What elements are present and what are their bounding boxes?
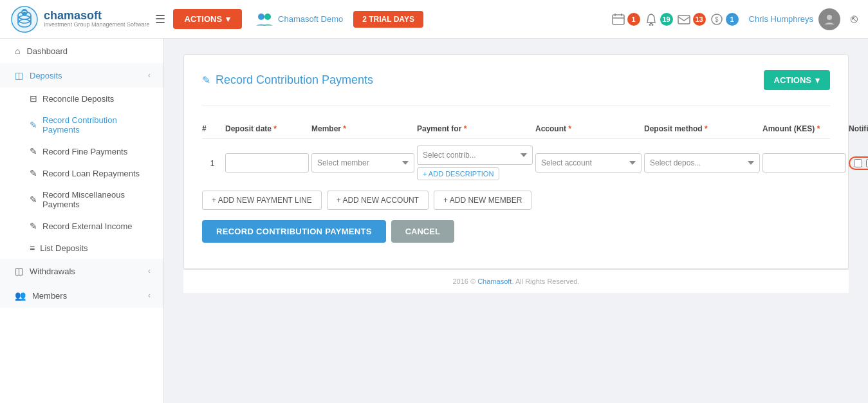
col-deposit-date: Deposit date * — [225, 124, 309, 133]
submit-button[interactable]: RECORD CONTRIBUTION PAYMENTS — [202, 220, 386, 243]
svg-point-19 — [827, 15, 832, 20]
notifications-cell — [849, 156, 868, 170]
pencil-icon-external: ✎ — [30, 221, 37, 231]
amount-input[interactable] — [762, 153, 846, 173]
page-divider — [202, 106, 830, 106]
sidebar-item-list-deposits[interactable]: ≡ List Deposits — [23, 237, 163, 259]
group-name: Chamasoft Demo — [278, 14, 343, 24]
col-num: # — [202, 124, 223, 133]
pencil-icon-loan: ✎ — [30, 168, 37, 178]
svg-point-7 — [258, 14, 264, 20]
sidebar-label-record-misc: Record Miscellaneous Payments — [42, 190, 151, 209]
sidebar-item-record-misc[interactable]: ✎ Record Miscellaneous Payments — [23, 184, 163, 215]
members-icon: 👥 — [15, 290, 26, 301]
logo-text: chamasoft Investment Group Management So… — [44, 10, 150, 29]
add-payment-line-button[interactable]: + ADD NEW PAYMENT LINE — [202, 191, 322, 210]
svg-point-6 — [21, 9, 28, 15]
page-header: ✎ Record Contribution Payments ACTIONS ▾ — [202, 70, 830, 90]
footer: 2016 © Chamasoft. All Rights Reserved. — [183, 269, 849, 293]
notifications-checkboxes — [849, 156, 868, 170]
col-account: Account * — [535, 124, 642, 133]
pencil-icon-fine: ✎ — [30, 146, 37, 156]
mail-icon-badge[interactable]: 13 — [677, 12, 706, 26]
page-actions-label: ACTIONS — [774, 75, 812, 85]
coin-icon: $ — [710, 12, 724, 26]
sidebar-label-record-external: Record External Income — [42, 221, 132, 231]
svg-text:$: $ — [715, 16, 719, 23]
chevron-left-icon-3: ‹ — [148, 291, 151, 300]
col-member: Member * — [311, 124, 414, 133]
chevron-down-icon: ▾ — [226, 14, 230, 24]
deposit-method-select[interactable]: Select depos... — [644, 153, 760, 173]
main-layout: ⌂ Dashboard ◫ Deposits ‹ ⊟ Reconcile Dep… — [0, 39, 868, 403]
chevron-left-icon-2: ‹ — [148, 267, 151, 276]
chevron-left-icon: ‹ — [148, 71, 151, 80]
bell-icon — [644, 12, 658, 26]
calendar-icon-badge[interactable]: 1 — [611, 12, 640, 26]
sidebar-label-withdrawals: Withdrawals — [30, 267, 75, 276]
sidebar-section-members[interactable]: 👥 Members ‹ — [0, 283, 163, 308]
payment-row-1: 1 Select member Select contrib... + ADD … — [202, 145, 830, 180]
logo-icon — [10, 5, 39, 33]
sidebar: ⌂ Dashboard ◫ Deposits ‹ ⊟ Reconcile Dep… — [0, 39, 164, 403]
page-title: ✎ Record Contribution Payments — [202, 73, 373, 87]
sidebar-label-record-contribution: Record Contribution Payments — [42, 115, 151, 135]
member-cell: Select member — [311, 153, 414, 173]
bell-icon-badge[interactable]: 19 — [644, 12, 673, 26]
sidebar-item-record-loan[interactable]: ✎ Record Loan Repayments — [23, 162, 163, 184]
sidebar-item-dashboard[interactable]: ⌂ Dashboard — [0, 39, 163, 63]
coin-icon-badge[interactable]: $ 1 — [710, 12, 739, 26]
sidebar-label-deposits: Deposits — [30, 71, 62, 80]
sidebar-label-record-loan: Record Loan Repayments — [42, 169, 140, 178]
chevron-down-page-icon: ▾ — [815, 75, 820, 85]
payment-for-select[interactable]: Select contrib... — [417, 145, 533, 165]
add-description-button[interactable]: + ADD DESCRIPTION — [417, 167, 499, 180]
col-amount: Amount (KES) * — [762, 124, 846, 133]
footer-link[interactable]: Chamasoft — [477, 277, 512, 285]
submit-row: RECORD CONTRIBUTION PAYMENTS CANCEL — [202, 220, 830, 243]
table-header: # Deposit date * Member * Payment for * … — [202, 119, 830, 139]
sidebar-label-reconcile: Reconcile Deposits — [42, 94, 114, 104]
action-buttons-row: + ADD NEW PAYMENT LINE + ADD NEW ACCOUNT… — [202, 191, 830, 210]
pencil-icon-contribution: ✎ — [30, 120, 37, 130]
svg-rect-16 — [678, 15, 690, 24]
account-select[interactable]: Select account — [535, 153, 642, 173]
sidebar-section-deposits[interactable]: ◫ Deposits ‹ — [0, 63, 163, 88]
footer-text: 2016 © Chamasoft. All Rights Reserved. — [452, 277, 579, 285]
sidebar-item-record-fine[interactable]: ✎ Record Fine Payments — [23, 140, 163, 162]
add-member-button[interactable]: + ADD NEW MEMBER — [434, 191, 531, 210]
logo-sub: Investment Group Management Software — [44, 22, 150, 28]
sidebar-label-record-fine: Record Fine Payments — [42, 147, 127, 156]
header-icons: 1 19 13 $ 1 Chris Humphreys ⎋ — [611, 8, 858, 30]
group-selector[interactable]: Chamasoft Demo — [255, 12, 343, 27]
cancel-button[interactable]: CANCEL — [391, 220, 454, 243]
user-name: Chris Humphreys — [749, 14, 813, 24]
bell-badge: 19 — [660, 13, 673, 26]
page-actions-button[interactable]: ACTIONS ▾ — [764, 70, 831, 90]
coin-badge: 1 — [726, 13, 739, 26]
trial-badge: 2 TRIAL DAYS — [353, 11, 423, 28]
logout-icon[interactable]: ⎋ — [851, 12, 858, 26]
user-avatar — [818, 8, 840, 30]
deposit-date-input[interactable] — [225, 153, 309, 173]
svg-rect-9 — [613, 15, 624, 24]
user-menu[interactable]: Chris Humphreys ⎋ — [749, 8, 858, 30]
notification-sms-checkbox[interactable] — [854, 159, 862, 167]
sidebar-item-record-contribution[interactable]: ✎ Record Contribution Payments — [23, 109, 163, 140]
sidebar-section-withdrawals[interactable]: ◫ Withdrawals ‹ — [0, 259, 163, 283]
add-account-button[interactable]: + ADD NEW ACCOUNT — [327, 191, 429, 210]
withdrawals-icon: ◫ — [15, 266, 23, 276]
header-actions-button[interactable]: ACTIONS ▾ — [173, 9, 243, 29]
reconcile-icon: ⊟ — [30, 93, 37, 104]
sidebar-item-record-external[interactable]: ✎ Record External Income — [23, 215, 163, 237]
row-number-1: 1 — [202, 158, 223, 168]
payment-for-cell: Select contrib... + ADD DESCRIPTION — [417, 145, 533, 180]
member-select[interactable]: Select member — [311, 153, 414, 173]
sidebar-label-list-deposits: List Deposits — [40, 243, 88, 253]
col-payment-for: Payment for * — [417, 124, 533, 133]
mail-icon — [677, 12, 691, 26]
hamburger-menu-icon[interactable]: ☰ — [155, 12, 165, 26]
sidebar-item-reconcile-deposits[interactable]: ⊟ Reconcile Deposits — [23, 88, 163, 109]
svg-point-8 — [264, 14, 271, 20]
calendar-icon — [611, 12, 625, 26]
